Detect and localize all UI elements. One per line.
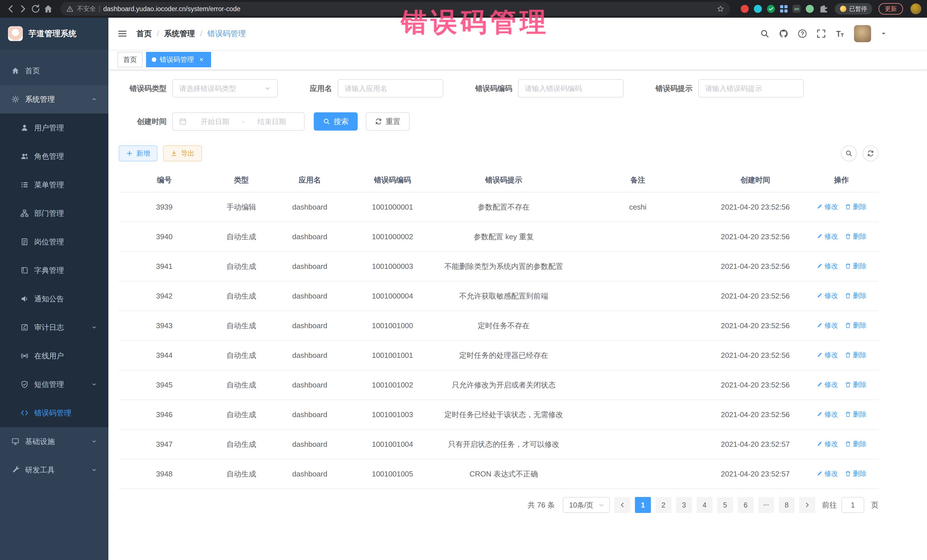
delete-link[interactable]: 删除 [845,410,866,419]
update-button[interactable]: 更新 [878,3,903,15]
extension-check-icon[interactable] [767,5,775,13]
bookmark-star-icon[interactable] [717,5,724,12]
breadcrumb-separator: / [157,29,159,38]
edit-link[interactable]: 修改 [816,232,838,241]
refresh-table-button[interactable] [863,146,878,161]
date-range-picker[interactable]: 开始日期 - 结束日期 [172,112,305,131]
address-bar[interactable]: 不安全 dashboard.yudao.iocoder.cn/system/er… [61,2,730,16]
edit-icon [816,352,823,358]
sidebar-item-system[interactable]: 系统管理 [0,85,108,114]
sidebar-item-online-user[interactable]: 在线用户 [0,341,108,370]
delete-link[interactable]: 删除 [845,321,866,330]
page-button-8[interactable]: 8 [779,497,795,513]
prev-page-button[interactable] [614,497,631,513]
delete-link[interactable]: 删除 [845,202,866,211]
edit-link[interactable]: 修改 [816,410,838,419]
github-icon[interactable] [779,29,789,38]
breadcrumb-system[interactable]: 系统管理 [164,29,195,39]
error-code-input[interactable]: 请输入错误码编码 [518,79,623,97]
sidebar-item-home[interactable]: 首页 [0,56,108,85]
sidebar-item-audit-log[interactable]: 审计日志 [0,313,108,341]
caret-down-icon[interactable] [880,30,887,37]
page-button-1[interactable]: 1 [635,497,651,513]
page-button-3[interactable]: 3 [676,497,692,513]
delete-link[interactable]: 删除 [845,439,866,449]
back-icon[interactable] [6,4,15,14]
help-icon[interactable] [798,29,807,38]
page-size-select[interactable]: 10条/页 [563,497,610,513]
sidebar-item-dev-tools[interactable]: 研发工具 [0,456,108,484]
cell-app: dashboard [273,429,347,459]
sidebar-item-role[interactable]: 角色管理 [0,142,108,170]
extensions-puzzle-icon[interactable] [819,4,828,14]
cell-code: 1001001001 [347,340,438,370]
chevron-up-icon [91,96,97,102]
extension-red-icon[interactable] [741,5,749,13]
delete-link[interactable]: 删除 [845,232,866,241]
filter-row-1: 错误码类型 请选择错误码类型 应用名 请输入应用名 错误码编码 [119,79,878,97]
tab-close-icon[interactable]: × [198,56,205,64]
extension-teal-icon[interactable] [754,5,762,13]
more-pages-button[interactable] [758,497,774,513]
badge-icon [21,238,29,246]
sidebar-item-post[interactable]: 岗位管理 [0,228,108,256]
error-type-select[interactable]: 请选择错误码类型 [172,79,278,97]
delete-link[interactable]: 删除 [845,351,866,360]
paused-badge[interactable]: 已暂停 [835,3,872,15]
app-logo-row[interactable]: 芋道管理系统 [0,18,108,50]
sidebar-item-notice[interactable]: 通知公告 [0,285,108,313]
edit-link[interactable]: 修改 [816,321,838,330]
sidebar-item-error-code[interactable]: 错误码管理 [0,399,108,427]
add-button[interactable]: 新增 [119,146,158,161]
sidebar-item-label: 在线用户 [34,351,64,361]
export-button[interactable]: 导出 [163,146,202,161]
forward-icon[interactable] [18,4,28,14]
hamburger-icon[interactable] [117,29,127,38]
tab-error-code[interactable]: 错误码管理 × [146,52,211,67]
code-icon [21,409,29,417]
sidebar-item-dept[interactable]: 部门管理 [0,199,108,228]
font-size-icon[interactable] [835,29,845,38]
tab-home[interactable]: 首页 [117,52,143,67]
edit-link[interactable]: 修改 [816,261,838,270]
edit-link[interactable]: 修改 [816,439,838,449]
browser-home-icon[interactable] [43,4,53,14]
edit-link[interactable]: 修改 [816,351,838,360]
reset-button[interactable]: 重置 [366,112,410,131]
browser-profile-avatar[interactable] [910,3,921,14]
delete-link[interactable]: 删除 [845,261,866,270]
page-buttons: 1234568 [635,497,795,513]
app-name-input[interactable]: 请输入应用名 [338,79,443,97]
extension-vpn-icon[interactable]: on [793,5,801,13]
edit-link[interactable]: 修改 [816,380,838,389]
goto-page-input[interactable]: 1 [842,497,864,513]
sidebar-item-dict[interactable]: 字典管理 [0,256,108,285]
edit-link[interactable]: 修改 [816,202,838,211]
delete-link[interactable]: 删除 [845,469,866,478]
edit-link[interactable]: 修改 [816,469,838,478]
sidebar-item-sms[interactable]: 短信管理 [0,370,108,399]
edit-link[interactable]: 修改 [816,291,838,300]
page-button-4[interactable]: 4 [696,497,713,513]
search-button[interactable]: 搜索 [314,112,358,131]
extension-grid-icon[interactable] [780,5,787,12]
fullscreen-icon[interactable] [816,29,826,38]
sidebar-item-user[interactable]: 用户管理 [0,114,108,142]
search-icon[interactable] [760,29,769,38]
breadcrumb-home[interactable]: 首页 [136,29,152,39]
sidebar-item-infra[interactable]: 基础设施 [0,427,108,456]
next-page-button[interactable] [799,497,815,513]
delete-link[interactable]: 删除 [845,291,866,300]
page-button-6[interactable]: 6 [738,497,754,513]
page-button-2[interactable]: 2 [655,497,672,513]
toggle-search-button[interactable] [841,146,857,161]
page-button-5[interactable]: 5 [717,497,733,513]
error-hint-input[interactable]: 请输入错误码提示 [698,79,804,97]
sidebar-item-menu[interactable]: 菜单管理 [0,170,108,199]
cell-app: dashboard [273,192,347,222]
user-avatar[interactable] [854,25,871,42]
extension-green-icon[interactable] [806,5,814,13]
app-window: 芋道管理系统 首页系统管理用户管理角色管理菜单管理部门管理岗位管理字典管理通知公… [0,18,927,560]
delete-link[interactable]: 删除 [845,380,866,389]
reload-icon[interactable] [31,4,41,14]
